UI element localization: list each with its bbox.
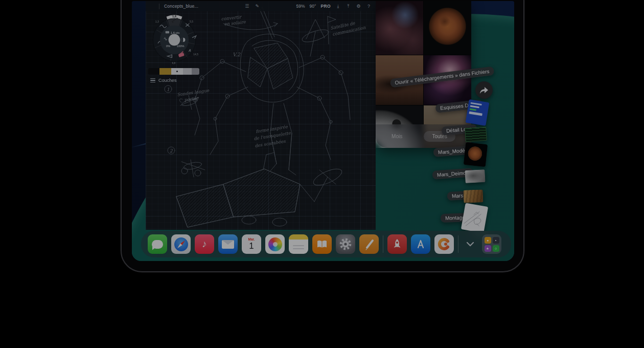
dock-icon-books[interactable]	[312, 234, 332, 254]
opacity-min-label: 0%	[166, 45, 171, 48]
dock-divider	[458, 235, 458, 253]
swatch-lightgray[interactable]	[183, 68, 192, 75]
dock-icon-safari[interactable]	[171, 234, 191, 254]
concepts-toolbar: Concepts_blue... ☰ ✎ 59% 90° PRO ⤓ ⤒ ⚙ ?	[146, 1, 376, 11]
drag-thumb-detail-logo[interactable]	[465, 127, 487, 142]
dock-icon-rocket[interactable]	[387, 234, 407, 254]
dock-icon-mail[interactable]	[218, 234, 238, 254]
layers-label: Couches	[158, 78, 177, 83]
share-drag-badge[interactable]	[475, 81, 493, 99]
svg-text:A: A	[188, 49, 191, 52]
folder-mini-icons: ● ▪ ★ ○	[485, 237, 499, 252]
appstore-a-icon	[415, 238, 427, 250]
mini-lightbulb-app-icon: ●	[485, 237, 491, 244]
swatch-white-selected[interactable]	[171, 68, 183, 75]
rocket-icon	[391, 238, 403, 250]
layers-burger-icon	[150, 78, 155, 82]
active-tool-size: 1,6	[172, 15, 177, 18]
photo-horsehead-nebula[interactable]	[376, 1, 423, 55]
annotation-version: V.2	[233, 52, 241, 57]
pen-icon	[362, 237, 376, 251]
dock-icon-calendar[interactable]: Mar. 1	[242, 234, 261, 254]
dock-divider	[383, 235, 383, 253]
toolbar-divider	[159, 4, 159, 9]
ipad-device: convertir en solaire Satellite de commun…	[121, 0, 524, 272]
grid-settings-icon[interactable]	[235, 4, 240, 9]
mini-timer-app-icon: ○	[493, 245, 499, 252]
speech-bubble-icon	[152, 240, 163, 249]
document-title[interactable]: Concepts_blue...	[164, 4, 198, 9]
stroke-size-label: 1,6 pts	[171, 31, 180, 34]
calendar-day: 1	[249, 242, 254, 250]
concepts-canvas[interactable]: convertir en solaire Satellite de commun…	[146, 1, 376, 230]
layers-button[interactable]: Couches	[150, 78, 177, 83]
annotation-number-1: 1	[167, 87, 170, 92]
drag-thumb-mars[interactable]	[464, 189, 484, 203]
ring-size-2: 5,5	[190, 20, 193, 23]
dock-collapse-chevron[interactable]	[463, 234, 478, 254]
envelope-icon	[222, 240, 234, 249]
mini-star-app-icon: ★	[485, 245, 491, 252]
music-note-icon: ♪	[202, 238, 207, 250]
rotation-angle[interactable]: 90°	[310, 4, 316, 9]
drag-thumb-mars-modele[interactable]	[464, 142, 488, 167]
dock-icon-settings[interactable]	[336, 234, 355, 254]
swatch-black[interactable]	[148, 68, 159, 75]
drag-thumb-mars-deimos[interactable]	[465, 169, 485, 183]
dock-icon-messages[interactable]	[148, 234, 167, 254]
forward-arrow-icon	[479, 86, 489, 94]
dock-icon-music[interactable]: ♪	[195, 234, 214, 254]
pen-tool-icon[interactable]: ✎	[255, 4, 260, 9]
pro-button[interactable]: PRO	[320, 4, 331, 9]
photo-mars-planet[interactable]	[424, 1, 471, 55]
compass-icon	[174, 237, 188, 251]
home-grid-icon[interactable]	[150, 4, 154, 9]
montage-sketch-lines	[461, 203, 488, 233]
dock-icon-app-store[interactable]	[411, 234, 430, 254]
ring-size-3: 14,5	[193, 53, 198, 56]
brush-preview-circle[interactable]	[169, 34, 180, 46]
dock-icon-sketch-pen[interactable]	[359, 234, 379, 254]
mini-camera-app-icon: ▪	[493, 237, 499, 244]
flower-icon	[268, 237, 282, 251]
tab-months[interactable]: Mois	[392, 134, 402, 139]
tool-wheel[interactable]: A 1,6 1,3 5,5 14,5 6,8	[149, 13, 200, 66]
import-icon[interactable]: ⤓	[335, 4, 341, 9]
color-palette-strip	[148, 68, 199, 75]
swatch-gray[interactable]	[192, 68, 199, 75]
dock-icon-photos[interactable]	[265, 234, 285, 254]
dock: ♪ Mar. 1	[141, 231, 511, 257]
zoom-level[interactable]: 59%	[296, 4, 305, 9]
opacity-max-label: 100%	[177, 45, 185, 48]
gear-icon	[339, 237, 352, 251]
settings-gear-icon[interactable]: ⚙	[356, 4, 361, 9]
concepts-c-icon	[437, 237, 451, 251]
annotation-number-2: 2	[170, 148, 173, 154]
dock-icon-app-folder[interactable]: ● ▪ ★ ○	[482, 234, 501, 254]
open-book-icon	[316, 240, 328, 248]
dock-icon-notes[interactable]	[289, 234, 308, 254]
layers-stack-icon[interactable]: ☰	[244, 4, 250, 9]
drag-thumb-esquisses-decal[interactable]	[466, 99, 490, 126]
ring-size-1: 1,3	[155, 20, 159, 23]
drag-thumb-montage[interactable]	[461, 203, 488, 233]
dock-icon-concepts[interactable]	[434, 234, 454, 254]
swatch-gold[interactable]	[159, 68, 171, 75]
help-button[interactable]: ?	[366, 4, 372, 9]
export-icon[interactable]: ⤒	[346, 4, 351, 9]
chevron-down-icon	[466, 242, 474, 247]
ipad-screen: convertir en solaire Satellite de commun…	[132, 1, 514, 261]
ring-size-4: 6,8	[172, 61, 175, 64]
